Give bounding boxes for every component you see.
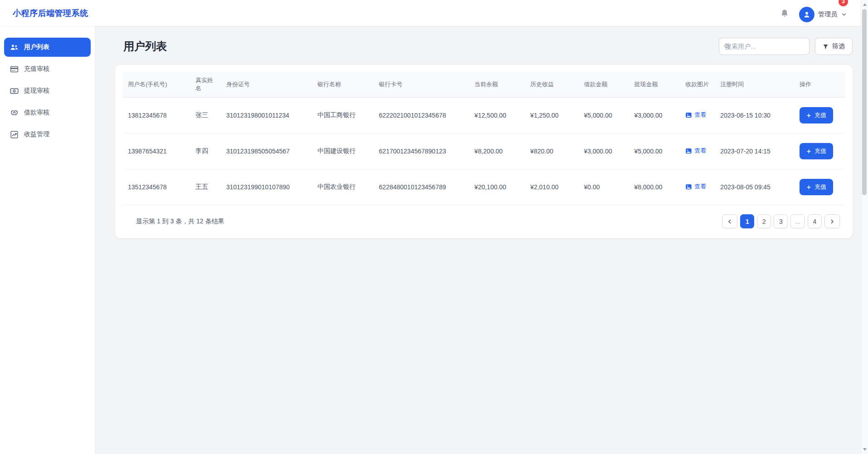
column-header: 真实姓名 bbox=[190, 71, 221, 98]
vertical-scrollbar[interactable] bbox=[861, 0, 868, 454]
cell-name: 张三 bbox=[190, 98, 221, 133]
user-menu[interactable]: 3 管理员 bbox=[799, 4, 847, 22]
page-header: 用户列表 筛选 bbox=[95, 26, 861, 65]
cell-action: 充值 bbox=[794, 169, 845, 205]
cell-receipt-image: 查看 bbox=[680, 169, 715, 205]
avatar-user-icon bbox=[802, 10, 811, 19]
column-header: 收款图片 bbox=[680, 71, 715, 98]
pagination-page-2[interactable]: 2 bbox=[757, 214, 771, 228]
cell-name: 李四 bbox=[190, 133, 221, 169]
table-row: 13987654321李四310123198505054567中国建设银行621… bbox=[122, 133, 845, 169]
table-body: 13812345678张三310123198001011234中国工商银行622… bbox=[122, 98, 845, 205]
cell-register-time: 2023-06-15 10:30 bbox=[715, 98, 794, 133]
topbar-right: 3 管理员 bbox=[780, 4, 847, 22]
scroll-up-icon[interactable] bbox=[861, 1, 868, 8]
cell-bank-name: 中国工商银行 bbox=[312, 98, 374, 133]
column-header: 银行卡号 bbox=[374, 71, 469, 98]
sidebar-item-profit[interactable]: 收益管理 bbox=[4, 125, 91, 144]
cell-id-number: 310123198001011234 bbox=[221, 98, 312, 133]
scroll-down-icon[interactable] bbox=[861, 446, 868, 453]
pagination-page-1[interactable]: 1 bbox=[740, 214, 754, 228]
plus-icon bbox=[806, 149, 811, 154]
avatar[interactable] bbox=[799, 7, 814, 22]
cell-bank-name: 中国农业银行 bbox=[312, 169, 374, 205]
view-receipt-link[interactable]: 查看 bbox=[685, 183, 706, 191]
cell-withdraw-amount: ¥3,000.00 bbox=[629, 98, 680, 133]
column-header: 借款金额 bbox=[578, 71, 629, 98]
pagination-prev-button[interactable] bbox=[722, 214, 737, 228]
column-header: 提现金额 bbox=[629, 71, 680, 98]
table-row: 13512345678王五310123199010107890中国农业银行622… bbox=[122, 169, 845, 205]
cell-history-profit: ¥1,250.00 bbox=[525, 98, 578, 133]
view-link-label: 查看 bbox=[694, 183, 706, 191]
cell-loan-amount: ¥0.00 bbox=[578, 169, 629, 205]
cell-balance: ¥20,100.00 bbox=[469, 169, 525, 205]
sidebar-item-label: 充值审核 bbox=[24, 65, 49, 73]
search-input[interactable] bbox=[719, 38, 809, 55]
cell-loan-amount: ¥5,000.00 bbox=[578, 98, 629, 133]
plus-icon bbox=[806, 113, 811, 118]
sidebar-item-label: 收益管理 bbox=[24, 130, 49, 138]
handshake-icon bbox=[10, 109, 19, 117]
cell-bank-card: 6228480010123456789 bbox=[374, 169, 469, 205]
page-actions: 筛选 bbox=[719, 38, 853, 55]
cell-bank-card: 6222021001012345678 bbox=[374, 98, 469, 133]
view-receipt-link[interactable]: 查看 bbox=[685, 147, 706, 155]
sidebar-item-loan[interactable]: 借款审核 bbox=[4, 103, 91, 122]
sidebar-item-recharge[interactable]: 充值审核 bbox=[4, 59, 91, 79]
filter-icon bbox=[823, 44, 829, 49]
cell-withdraw-amount: ¥5,000.00 bbox=[629, 133, 680, 169]
view-link-label: 查看 bbox=[694, 147, 706, 155]
column-header: 注册时间 bbox=[715, 71, 794, 98]
cell-phone: 13812345678 bbox=[122, 98, 190, 133]
sidebar-item-users[interactable]: 用户列表 bbox=[4, 38, 91, 57]
credit-card-icon bbox=[10, 65, 19, 74]
cell-receipt-image: 查看 bbox=[680, 98, 715, 133]
cell-receipt-image: 查看 bbox=[680, 133, 715, 169]
cell-name: 王五 bbox=[190, 169, 221, 205]
cell-loan-amount: ¥3,000.00 bbox=[578, 133, 629, 169]
scrollbar-thumb[interactable] bbox=[862, 9, 867, 195]
results-summary: 显示第 1 到 3 条，共 12 条结果 bbox=[136, 217, 224, 226]
cell-action: 充值 bbox=[794, 133, 845, 169]
cell-phone: 13512345678 bbox=[122, 169, 190, 205]
sidebar-item-label: 用户列表 bbox=[24, 43, 49, 51]
plus-icon bbox=[806, 185, 811, 190]
main-content: 用户列表 筛选 用户名(手机号)真实姓名身份证号银行名称 bbox=[95, 26, 861, 454]
cell-id-number: 310123199010107890 bbox=[221, 169, 312, 205]
cell-bank-card: 6217001234567890123 bbox=[374, 133, 469, 169]
notification-badge: 3 bbox=[839, 0, 848, 6]
user-name: 管理员 bbox=[818, 10, 837, 19]
table-footer: 显示第 1 到 3 条，共 12 条结果 123...4 bbox=[122, 205, 845, 232]
cell-balance: ¥8,200.00 bbox=[469, 133, 525, 169]
recharge-button-label: 充值 bbox=[814, 111, 826, 119]
user-table-card: 用户名(手机号)真实姓名身份证号银行名称银行卡号当前余额历史收益借款金额提现金额… bbox=[115, 65, 853, 238]
user-table: 用户名(手机号)真实姓名身份证号银行名称银行卡号当前余额历史收益借款金额提现金额… bbox=[122, 71, 845, 205]
cell-phone: 13987654321 bbox=[122, 133, 190, 169]
sidebar-item-withdraw[interactable]: 提现审核 bbox=[4, 81, 91, 100]
view-receipt-link[interactable]: 查看 bbox=[685, 111, 706, 119]
recharge-button-label: 充值 bbox=[814, 183, 826, 191]
image-icon bbox=[685, 183, 692, 190]
bell-icon[interactable] bbox=[780, 9, 789, 18]
column-header: 身份证号 bbox=[221, 71, 312, 98]
cell-action: 充值 bbox=[794, 98, 845, 133]
pagination-page-3[interactable]: 3 bbox=[774, 214, 788, 228]
recharge-button[interactable]: 充值 bbox=[800, 107, 833, 123]
cell-id-number: 310123198505054567 bbox=[221, 133, 312, 169]
search-icon bbox=[723, 43, 731, 50]
pagination: 123...4 bbox=[722, 214, 840, 228]
recharge-button[interactable]: 充值 bbox=[800, 143, 833, 159]
cell-register-time: 2023-07-20 14:15 bbox=[715, 133, 794, 169]
money-bill-icon bbox=[10, 87, 19, 95]
pagination-next-button[interactable] bbox=[824, 214, 840, 228]
search-box bbox=[719, 38, 809, 55]
pagination-page-4[interactable]: 4 bbox=[808, 214, 822, 228]
pagination-ellipsis: ... bbox=[790, 214, 805, 228]
filter-button[interactable]: 筛选 bbox=[815, 38, 853, 55]
chevron-down-icon bbox=[841, 11, 847, 18]
recharge-button[interactable]: 充值 bbox=[800, 179, 833, 195]
cell-balance: ¥12,500.00 bbox=[469, 98, 525, 133]
top-bar: 小程序后端管理系统 3 管理员 bbox=[0, 0, 861, 26]
recharge-button-label: 充值 bbox=[814, 147, 826, 155]
